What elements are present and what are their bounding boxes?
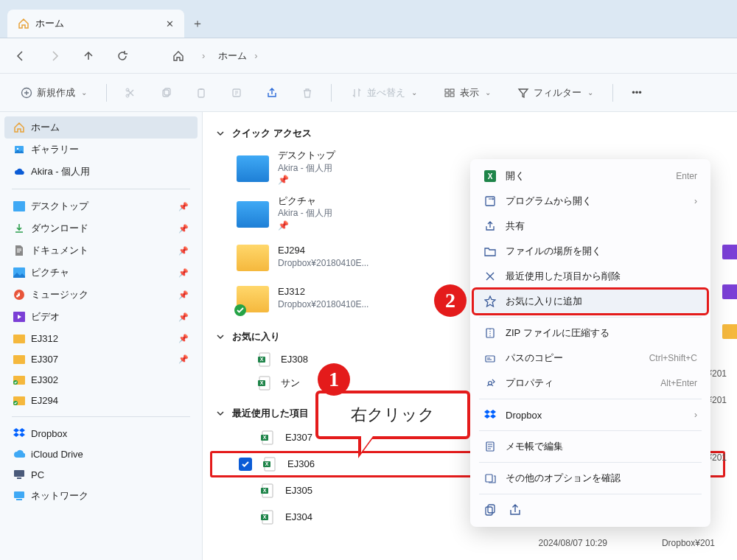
sidebar-item-ej307[interactable]: EJ307📌 (4, 349, 198, 369)
ctx-footer (473, 497, 708, 522)
ctx-share[interactable]: 共有 (473, 214, 708, 239)
breadcrumb[interactable]: ホーム › (218, 49, 257, 63)
sidebar-item-desktop[interactable]: デスクトップ📌 (4, 195, 198, 217)
dropbox-icon (483, 408, 497, 421)
svg-text:X: X (263, 435, 267, 440)
remove-icon (483, 270, 497, 283)
sidebar-item-pc[interactable]: PC (4, 464, 198, 485)
svg-text:X: X (260, 380, 264, 385)
up-button[interactable] (78, 46, 99, 66)
sidebar: ホーム ギャラリー Akira - 個人用 デスクトップ📌 ダウンロード📌 ドキ… (0, 112, 203, 560)
tab-home[interactable]: ホーム ✕ (7, 10, 184, 38)
excel-icon: X (257, 376, 272, 391)
context-menu: X開くEnter プログラムから開く› 共有 ファイルの場所を開く 最近使用した… (470, 159, 710, 527)
breadcrumb-separator: › (254, 50, 257, 61)
share-icon[interactable] (509, 503, 522, 517)
chevron-down-icon: ⌄ (81, 88, 87, 97)
ctx-notepad[interactable]: メモ帳で編集 (473, 434, 708, 459)
svg-text:X: X (488, 172, 493, 181)
sidebar-item-videos[interactable]: ビデオ📌 (4, 306, 198, 328)
sidebar-item-network[interactable]: ネットワーク (4, 485, 198, 507)
sidebar-item-dropbox[interactable]: Dropbox (4, 423, 198, 444)
section-quick-access[interactable]: クイック アクセス (210, 122, 725, 144)
more-button[interactable]: ••• (625, 83, 649, 102)
pin-icon: 📌 (178, 312, 189, 322)
star-icon (483, 295, 497, 308)
ctx-more-options[interactable]: その他のオプションを確認 (473, 466, 708, 491)
svg-rect-9 (450, 89, 454, 92)
filter-button[interactable]: フィルター ⌄ (510, 82, 601, 104)
gallery-icon (13, 144, 25, 155)
home-nav-icon[interactable] (168, 46, 189, 66)
checkbox-checked-icon[interactable] (239, 458, 252, 471)
sidebar-item-icloud[interactable]: iCloud Drive (4, 444, 198, 464)
sidebar-item-music[interactable]: ミュージック📌 (4, 284, 198, 306)
rename-button[interactable] (225, 83, 248, 103)
chevron-right-icon: › (694, 196, 697, 206)
excel-icon: X (260, 510, 275, 525)
sidebar-item-gallery[interactable]: ギャラリー (4, 139, 198, 161)
ctx-open[interactable]: X開くEnter (473, 164, 708, 189)
svg-rect-26 (14, 491, 24, 498)
ctx-dropbox[interactable]: Dropbox› (473, 402, 708, 427)
music-icon (13, 289, 25, 301)
view-button[interactable]: 表示 ⌄ (436, 82, 498, 104)
open-with-icon (483, 195, 497, 208)
copy-button[interactable] (154, 83, 178, 103)
sidebar-item-pictures[interactable]: ピクチャ📌 (4, 262, 198, 284)
svg-rect-58 (488, 505, 495, 513)
svg-rect-57 (486, 507, 492, 515)
ctx-open-location[interactable]: ファイルの場所を開く (473, 239, 708, 264)
refresh-button[interactable] (112, 46, 133, 66)
new-button[interactable]: 新規作成 ⌄ (13, 82, 94, 104)
pin-icon: 📌 (178, 290, 189, 300)
share-button[interactable] (260, 83, 284, 103)
ctx-copy-path[interactable]: パスのコピーCtrl+Shift+C (473, 346, 708, 371)
cut-button[interactable] (119, 83, 142, 103)
share-icon (483, 220, 497, 233)
right-edge-folders (722, 245, 737, 364)
excel-app-icon: X (483, 169, 497, 183)
copy-icon[interactable] (483, 503, 497, 517)
toolbar: 新規作成 ⌄ 並べ替え ⌄ 表示 ⌄ フィルター ⌄ ••• (0, 74, 737, 112)
ctx-add-favorite[interactable]: お気に入りに追加 (473, 289, 708, 314)
dropbox-icon (13, 427, 25, 439)
status-path: Dropbox¥201 (662, 538, 715, 548)
sidebar-item-home[interactable]: ホーム (4, 116, 198, 139)
ctx-compress[interactable]: ZIP ファイルに圧縮する (473, 321, 708, 346)
back-button[interactable] (10, 46, 31, 66)
svg-rect-4 (164, 88, 170, 95)
pin-icon: 📌 (178, 224, 189, 234)
sidebar-item-ej302[interactable]: EJ302 (4, 369, 198, 390)
paste-button[interactable] (189, 83, 213, 103)
sidebar-item-documents[interactable]: ドキュメント📌 (4, 239, 198, 262)
chevron-down-icon (216, 129, 225, 138)
svg-rect-11 (450, 94, 454, 97)
sidebar-item-ej294[interactable]: EJ294 (4, 390, 198, 410)
new-tab-button[interactable]: ＋ (184, 10, 211, 38)
ctx-open-with[interactable]: プログラムから開く› (473, 189, 708, 214)
sidebar-item-onedrive[interactable]: Akira - 個人用 (4, 161, 198, 183)
folder-open-icon (483, 245, 497, 258)
svg-rect-5 (198, 89, 204, 97)
pin-icon: 📌 (178, 354, 189, 364)
delete-button[interactable] (296, 83, 319, 103)
svg-rect-27 (16, 499, 22, 500)
svg-rect-25 (17, 477, 21, 479)
folder-synced-icon (13, 394, 25, 406)
svg-rect-10 (445, 94, 449, 97)
download-icon (13, 223, 25, 234)
sidebar-item-downloads[interactable]: ダウンロード📌 (4, 217, 198, 239)
sidebar-item-ej312[interactable]: EJ312📌 (4, 328, 198, 349)
sort-button[interactable]: 並べ替え ⌄ (343, 82, 425, 104)
forward-button[interactable] (44, 46, 65, 66)
svg-rect-8 (445, 89, 449, 92)
breadcrumb-home[interactable]: ホーム (218, 49, 247, 63)
ctx-properties[interactable]: プロパティAlt+Enter (473, 371, 708, 396)
close-icon[interactable]: ✕ (166, 18, 174, 29)
document-icon (13, 245, 25, 256)
title-bar: ホーム ✕ ＋ (0, 0, 737, 38)
ctx-remove-recent[interactable]: 最近使用した項目から削除 (473, 264, 708, 289)
chevron-down-icon (216, 409, 225, 418)
folder-synced-icon (237, 281, 269, 314)
